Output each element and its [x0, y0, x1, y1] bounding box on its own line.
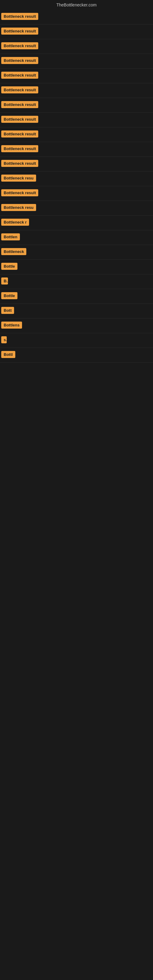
- bottleneck-badge-3[interactable]: Bottleneck result: [1, 42, 38, 49]
- bottleneck-badge-8[interactable]: Bottleneck result: [1, 116, 38, 123]
- bottleneck-badge-1[interactable]: Bottleneck result: [1, 13, 38, 20]
- bottleneck-badge-23[interactable]: s: [1, 336, 7, 343]
- result-row-17: Bottleneck: [0, 245, 153, 260]
- result-row-23: s: [0, 333, 153, 348]
- result-row-4: Bottleneck result: [0, 54, 153, 68]
- bottleneck-badge-14[interactable]: Bottleneck resu: [1, 204, 36, 211]
- result-row-1: Bottleneck result: [0, 10, 153, 24]
- bottleneck-badge-24[interactable]: Bottl: [1, 351, 15, 358]
- result-row-24: Bottl: [0, 348, 153, 363]
- bottleneck-badge-7[interactable]: Bottleneck result: [1, 101, 38, 108]
- bottleneck-badge-21[interactable]: Bott: [1, 307, 14, 314]
- bottleneck-badge-18[interactable]: Bottle: [1, 263, 18, 270]
- result-row-22: Bottlens: [0, 318, 153, 333]
- bottleneck-badge-16[interactable]: Bottlen: [1, 233, 20, 240]
- result-row-7: Bottleneck result: [0, 98, 153, 113]
- result-row-11: Bottleneck result: [0, 157, 153, 172]
- result-row-15: Bottleneck r: [0, 216, 153, 230]
- bottleneck-badge-17[interactable]: Bottleneck: [1, 248, 26, 255]
- bottleneck-badge-19[interactable]: B: [1, 277, 8, 285]
- bottleneck-badge-12[interactable]: Bottleneck resu: [1, 175, 36, 181]
- result-row-16: Bottlen: [0, 230, 153, 245]
- bottleneck-badge-10[interactable]: Bottleneck result: [1, 145, 38, 152]
- bottleneck-badge-9[interactable]: Bottleneck result: [1, 130, 38, 137]
- bottleneck-badge-4[interactable]: Bottleneck result: [1, 57, 38, 64]
- result-row-18: Bottle: [0, 260, 153, 274]
- result-row-9: Bottleneck result: [0, 127, 153, 142]
- result-row-5: Bottleneck result: [0, 68, 153, 83]
- result-row-6: Bottleneck result: [0, 83, 153, 98]
- result-row-12: Bottleneck resu: [0, 172, 153, 186]
- bottleneck-badge-6[interactable]: Bottleneck result: [1, 86, 38, 94]
- result-row-2: Bottleneck result: [0, 24, 153, 39]
- bottleneck-badge-11[interactable]: Bottleneck result: [1, 160, 38, 167]
- bottleneck-badge-15[interactable]: Bottleneck r: [1, 219, 29, 226]
- result-row-21: Bott: [0, 304, 153, 318]
- result-row-13: Bottleneck result: [0, 186, 153, 201]
- result-row-20: Bottle: [0, 289, 153, 304]
- result-row-19: B: [0, 274, 153, 289]
- result-row-14: Bottleneck resu: [0, 201, 153, 216]
- bottleneck-badge-20[interactable]: Bottle: [1, 292, 18, 299]
- bottleneck-badge-13[interactable]: Bottleneck result: [1, 189, 38, 196]
- results-container: Bottleneck resultBottleneck resultBottle…: [0, 10, 153, 363]
- result-row-10: Bottleneck result: [0, 142, 153, 157]
- result-row-8: Bottleneck result: [0, 113, 153, 127]
- bottleneck-badge-2[interactable]: Bottleneck result: [1, 27, 38, 35]
- bottleneck-badge-5[interactable]: Bottleneck result: [1, 72, 38, 79]
- bottleneck-badge-22[interactable]: Bottlens: [1, 321, 22, 329]
- result-row-3: Bottleneck result: [0, 39, 153, 54]
- site-title: TheBottlenecker.com: [0, 0, 153, 10]
